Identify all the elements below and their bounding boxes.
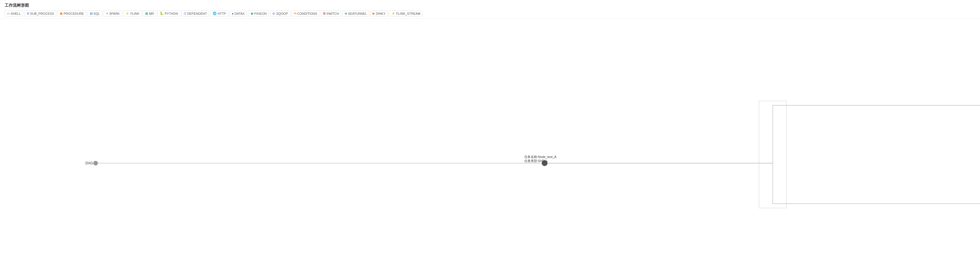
seatunnel-icon: ◈ — [345, 11, 347, 15]
datax-icon: ● — [232, 12, 234, 15]
shell-label: SHELL — [11, 12, 21, 15]
python-label: PYTHON — [165, 12, 178, 15]
pigeon-icon: ◉ — [251, 11, 253, 15]
node-label-name-node_a: 任务名称:Node_test_A — [524, 155, 557, 159]
sql-icon: ▤ — [90, 11, 93, 15]
header: 工作流树形图 ▭SHELL⊞SUB_PROCESS▣PROCEDURE▤SQL✦… — [0, 0, 980, 19]
tool-item-flink[interactable]: ⚡FLINK — [123, 10, 142, 16]
node-label-type-node_a: 任务类型:SHELL — [524, 159, 548, 163]
procedure-label: PROCEDURE — [64, 12, 84, 15]
datax-label: DATAX — [235, 12, 245, 15]
subprocess-icon: ⊞ — [27, 11, 29, 15]
procedure-icon: ▣ — [60, 11, 62, 15]
sqoop-icon: ◎ — [272, 11, 275, 15]
tool-item-dependent[interactable]: ⊡DEPENDENT — [181, 10, 209, 16]
page-title: 工作流树形图 — [5, 3, 975, 8]
tool-item-spark[interactable]: ✦SPARK — [103, 10, 122, 16]
dag-svg: DAG任务名称:Node_test_A任务类型:SHELL任务名称:Node_t… — [0, 19, 980, 265]
conditions-label: CONDITIONS — [297, 12, 317, 15]
tool-item-conditions[interactable]: ✉CONDITIONS — [291, 10, 320, 16]
sql-label: SQL — [94, 12, 100, 15]
app: 工作流树形图 ▭SHELL⊞SUB_PROCESS▣PROCEDURE▤SQL✦… — [0, 0, 980, 265]
flink-label: FLINK — [130, 12, 139, 15]
edge-node_a-node_c — [545, 163, 980, 204]
tool-item-http[interactable]: 🌐HTTP — [210, 10, 228, 16]
spark-label: SPARK — [109, 12, 119, 15]
toolbar: ▭SHELL⊞SUB_PROCESS▣PROCEDURE▤SQL✦SPARK⚡F… — [5, 10, 975, 16]
http-icon: 🌐 — [213, 11, 217, 15]
dependent-label: DEPENDENT — [187, 12, 207, 15]
edge-node_a-node_b — [545, 105, 980, 163]
dinky-icon: ▶ — [372, 11, 375, 15]
flink-icon: ⚡ — [126, 11, 129, 15]
switch-label: SWITCH — [326, 12, 339, 15]
tool-item-sqoop[interactable]: ◎SQOOP — [270, 10, 290, 16]
shell-icon: ▭ — [7, 11, 10, 15]
dinky-label: DINKY — [376, 12, 385, 15]
pigeon-label: PIGEON — [255, 12, 267, 15]
flink-stream-label: FLINK_STREAM — [396, 12, 420, 15]
spark-icon: ✦ — [106, 11, 108, 15]
tool-item-datax[interactable]: ●DATAX — [229, 11, 247, 16]
mr-icon: ▦ — [145, 11, 148, 15]
flink-stream-icon: ⚡ — [391, 11, 395, 15]
subprocess-label: SUB_PROCESS — [30, 12, 54, 15]
tool-item-mr[interactable]: ▦MR — [143, 10, 156, 16]
dag-canvas: DAG任务名称:Node_test_A任务类型:SHELL任务名称:Node_t… — [0, 19, 980, 265]
sqoop-label: SQOOP — [276, 12, 288, 15]
tool-item-seatunnel[interactable]: ◈SEATUNNEL — [342, 10, 369, 16]
mr-label: MR — [149, 12, 154, 15]
conditions-icon: ✉ — [294, 11, 296, 15]
tool-item-pigeon[interactable]: ◉PIGEON — [248, 10, 269, 16]
tool-item-subprocess[interactable]: ⊞SUB_PROCESS — [24, 10, 56, 16]
switch-icon: ⊠ — [323, 11, 326, 15]
tool-item-shell[interactable]: ▭SHELL — [5, 10, 23, 16]
seatunnel-label: SEATUNNEL — [348, 12, 367, 15]
tool-item-sql[interactable]: ▤SQL — [88, 10, 102, 16]
tool-item-dinky[interactable]: ▶DINKY — [370, 10, 388, 16]
tool-item-switch[interactable]: ⊠SWITCH — [321, 10, 341, 16]
dag-label: DAG — [86, 161, 93, 165]
http-label: HTTP — [218, 12, 226, 15]
tool-item-flink-stream[interactable]: ⚡FLINK_STREAM — [389, 10, 423, 16]
node-circle-dag[interactable] — [93, 161, 98, 165]
dependent-icon: ⊡ — [184, 11, 186, 15]
tool-item-python[interactable]: 🐍PYTHON — [157, 10, 180, 16]
tool-item-procedure[interactable]: ▣PROCEDURE — [57, 10, 86, 16]
python-icon: 🐍 — [160, 11, 164, 15]
